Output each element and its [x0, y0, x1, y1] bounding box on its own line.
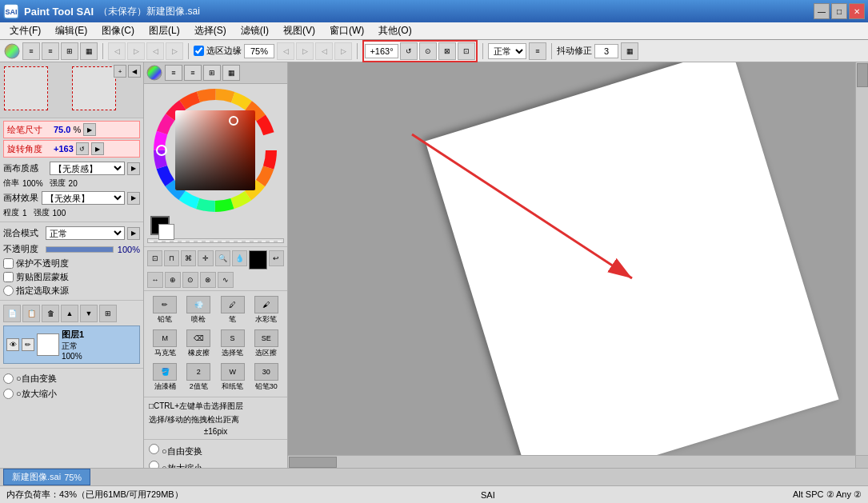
rotation-btn4[interactable]: ⊡ — [458, 42, 475, 60]
tool-pencil[interactable]: ✏ 铅笔 — [149, 294, 181, 326]
toolbar-mode-btn3[interactable]: ⊞ — [61, 42, 78, 60]
preview-btn1[interactable]: + — [114, 65, 126, 78]
menu-other[interactable]: 其他(O) — [372, 22, 418, 39]
transform-zoom-b-radio[interactable] — [149, 461, 159, 468]
color-tab-palette[interactable]: ▦ — [222, 65, 240, 81]
color-wheel-svg[interactable] — [154, 89, 278, 213]
toolbar-mode-btn1[interactable]: ≡ — [22, 42, 40, 60]
zoom-btn2[interactable]: ▷ — [296, 42, 314, 60]
rotation-reset-small[interactable]: ↺ — [76, 142, 89, 155]
transform-free-b-radio[interactable] — [149, 444, 159, 454]
tool-2bit[interactable]: 2 2值笔 — [182, 361, 214, 393]
layer-visibility-btn[interactable]: 👁 — [6, 338, 19, 351]
designate-source-radio[interactable] — [3, 285, 14, 296]
tool-marker[interactable]: M 马克笔 — [149, 328, 181, 360]
tool-eraser[interactable]: ⌫ 橡皮擦 — [182, 328, 214, 360]
tool-magic-btn[interactable]: ⌘ — [181, 250, 196, 266]
preserve-opacity-checkbox[interactable] — [3, 258, 14, 269]
tool-r4[interactable]: ⊗ — [200, 272, 216, 288]
tool-select-eraser[interactable]: SE 选区擦 — [250, 328, 282, 360]
canvas-tab[interactable]: 新建图像.sai 75% — [3, 469, 90, 485]
h-scrollbar-thumb[interactable] — [289, 457, 337, 468]
v-scrollbar-thumb[interactable] — [857, 63, 868, 87]
menu-image[interactable]: 图像(C) — [95, 22, 141, 39]
layer-item[interactable]: 👁 ✏ 图层1 正常 100% — [3, 325, 140, 364]
toolbar-nav4-btn[interactable]: ▷ — [166, 42, 183, 60]
menu-filter[interactable]: 滤镜(I) — [234, 22, 275, 39]
menu-select[interactable]: 选择(S) — [188, 22, 233, 39]
color-wheel-tab[interactable] — [146, 64, 163, 82]
paste-layer-checkbox[interactable] — [3, 272, 14, 282]
preview-btn2[interactable]: ◀ — [128, 65, 141, 78]
menu-edit[interactable]: 编辑(E) — [49, 22, 94, 39]
tool-r2[interactable]: ⊕ — [165, 272, 181, 288]
close-button[interactable]: ✕ — [849, 3, 865, 19]
tool-zoom-btn[interactable]: 🔍 — [215, 250, 230, 266]
canvas-texture-select[interactable]: 【无质感】 — [50, 162, 125, 175]
tool-r5[interactable]: ∿ — [218, 272, 234, 288]
menu-layer[interactable]: 图层(L) — [142, 22, 186, 39]
tool-extra-btn[interactable]: ↩ — [269, 250, 284, 266]
color-preview-btn[interactable] — [249, 250, 267, 269]
v-scrollbar[interactable] — [855, 62, 868, 455]
tool-r1[interactable]: ↔ — [147, 272, 163, 288]
toolbar-back-btn[interactable]: ◁ — [108, 42, 126, 60]
tool-watercolor[interactable]: 🖌 水彩笔 — [250, 294, 282, 326]
menu-file[interactable]: 文件(F) — [3, 22, 47, 39]
brush-size-btn[interactable]: ▶ — [83, 123, 96, 136]
maximize-button[interactable]: □ — [831, 3, 847, 19]
menu-view[interactable]: 视图(V) — [277, 22, 322, 39]
rotation-btn3[interactable]: ⊠ — [438, 42, 456, 60]
opacity-slider-track[interactable] — [46, 246, 114, 253]
tool-pen[interactable]: 🖊 笔 — [217, 294, 249, 326]
rotation-input[interactable] — [365, 44, 398, 58]
tool-lasso-btn[interactable]: ⊓ — [164, 250, 179, 266]
tool-bucket[interactable]: 🪣 油漆桶 — [149, 361, 181, 393]
canvas-texture-btn[interactable]: ▶ — [127, 162, 140, 175]
h-scrollbar[interactable] — [288, 455, 855, 468]
tool-washi[interactable]: W 和纸笔 — [217, 361, 249, 393]
menu-window[interactable]: 窗口(W) — [323, 22, 370, 39]
zoom-btn1[interactable]: ◁ — [277, 42, 294, 60]
color-tab-sliders[interactable]: ≡ — [165, 65, 182, 81]
layer-delete-btn[interactable]: 🗑 — [42, 305, 59, 322]
tool-airbrush[interactable]: 💨 喷枪 — [182, 294, 214, 326]
zoom-btn3[interactable]: ◁ — [315, 42, 333, 60]
canvas-area[interactable] — [288, 62, 868, 468]
tool-select-pen[interactable]: S 选择笔 — [217, 328, 249, 360]
rotation-btn1[interactable]: ↺ — [400, 42, 418, 60]
background-swatch[interactable] — [158, 224, 174, 240]
selection-edge-checkbox[interactable] — [194, 46, 204, 56]
blend-mode-panel-select[interactable]: 正常 — [46, 226, 125, 240]
tool-select-btn[interactable]: ⊡ — [147, 250, 162, 266]
layer-copy-btn[interactable]: 📋 — [22, 305, 40, 322]
zoom-btn4[interactable]: ▷ — [334, 42, 352, 60]
toolbar-mode-btn2[interactable]: ≡ — [42, 42, 59, 60]
toolbar-mode-btn4[interactable]: ▦ — [80, 42, 98, 60]
foreground-swatch[interactable] — [150, 216, 170, 235]
toolbar-forward-btn[interactable]: ▷ — [127, 42, 145, 60]
tool-r3[interactable]: ⊙ — [182, 272, 198, 288]
color-tab-rgb[interactable]: ≡ — [184, 65, 202, 81]
layer-new-btn[interactable]: 📄 — [3, 305, 21, 322]
minimize-button[interactable]: — — [814, 3, 830, 19]
toolbar-nav3-btn[interactable]: ◁ — [146, 42, 164, 60]
layer-down-btn[interactable]: ▼ — [80, 305, 98, 322]
layer-edit-btn[interactable]: ✏ — [22, 338, 34, 351]
stabilizer-extra-btn[interactable]: ▦ — [621, 42, 638, 60]
tool-eyedrop-btn[interactable]: 💧 — [232, 250, 247, 266]
stabilizer-input[interactable] — [594, 44, 618, 58]
zoom-input[interactable] — [244, 44, 274, 58]
transform-free-radio[interactable] — [3, 373, 14, 384]
rotation-btn-small[interactable]: ▶ — [91, 142, 104, 155]
blend-mode-select[interactable]: 正常 — [488, 43, 526, 59]
transform-zoom-radio[interactable] — [3, 389, 14, 399]
mode-extra-btn[interactable]: ≡ — [529, 42, 546, 60]
color-wheel-icon[interactable] — [3, 42, 21, 60]
brush-effect-btn[interactable]: ▶ — [127, 192, 140, 205]
brush-effect-select[interactable]: 【无效果】 — [42, 191, 125, 205]
tool-pencil30[interactable]: 30 铅笔30 — [250, 361, 282, 393]
color-tab-swatches[interactable]: ⊞ — [203, 65, 221, 81]
layer-merge-btn[interactable]: ⊞ — [99, 305, 117, 322]
tool-move-btn[interactable]: ✛ — [198, 250, 213, 266]
